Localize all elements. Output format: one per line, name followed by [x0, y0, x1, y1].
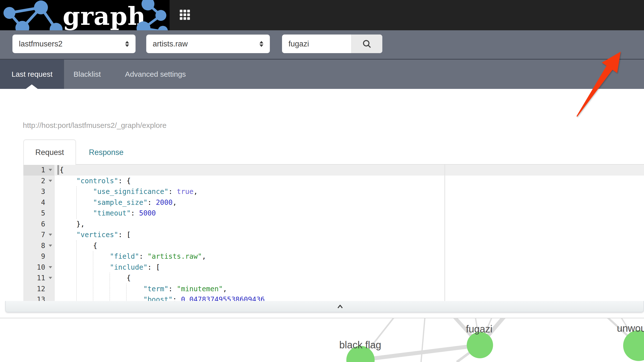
logo-text: graph [62, 2, 146, 30]
editor-gutter: 12345678910111213 [23, 164, 54, 301]
gutter-line-number: 1 [23, 164, 54, 176]
search-input[interactable] [282, 34, 351, 53]
tab-response[interactable]: Response [89, 148, 124, 157]
gutter-line-number: 5 [23, 208, 54, 219]
active-tab-notch [26, 84, 38, 89]
graph-logo: graph [0, 0, 170, 30]
tab-label: Request [35, 148, 64, 157]
graph-node-label: fugazi [466, 324, 492, 334]
select-updown-icon [125, 41, 129, 47]
gutter-line-number: 12 [23, 284, 54, 294]
index-select[interactable]: lastfmusers2 [12, 34, 136, 53]
fold-toggle-icon[interactable] [49, 277, 52, 279]
code-line: "field": "artists.raw", [55, 251, 644, 262]
gutter-line-number: 2 [23, 176, 54, 186]
graph-node[interactable] [467, 332, 493, 358]
tab-blacklist[interactable]: Blacklist [71, 60, 103, 89]
code-line: { [55, 164, 644, 176]
graph-workspace[interactable]: black flagfugaziunwound [0, 318, 644, 362]
tab-label: Blacklist [74, 70, 101, 78]
tab-advanced-settings[interactable]: Advanced settings [121, 60, 190, 89]
graph-edge[interactable] [421, 318, 425, 362]
code-line: "vertices": [ [55, 230, 644, 240]
fold-toggle-icon[interactable] [49, 266, 52, 268]
request-url: http://host:port/lastfmusers2/_graph/exp… [23, 121, 166, 130]
apps-grid-icon[interactable] [180, 10, 190, 20]
top-navbar: graph [0, 0, 644, 30]
graph-logo-image: graph [0, 0, 170, 30]
tab-request[interactable]: Request [23, 140, 76, 165]
fold-toggle-icon[interactable] [49, 180, 52, 182]
gutter-line-number: 10 [23, 262, 54, 273]
collapse-panel-button[interactable] [5, 301, 644, 312]
gutter-line-number: 4 [23, 197, 54, 208]
fold-toggle-icon[interactable] [49, 244, 52, 247]
field-select[interactable]: artists.raw [146, 34, 270, 53]
fold-toggle-icon[interactable] [49, 169, 52, 171]
gutter-line-number: 6 [23, 219, 54, 230]
code-line: { [55, 272, 644, 284]
code-line: }, [55, 219, 644, 230]
graph-node-label: black flag [340, 340, 381, 350]
toolbar: lastfmusers2 artists.raw [0, 30, 644, 60]
tab-label: Last request [12, 70, 52, 78]
gutter-line-number: 7 [23, 230, 54, 240]
search-icon [362, 39, 372, 49]
code-line: "controls": { [55, 176, 644, 186]
code-line: "use_significance": true, [55, 186, 644, 197]
gutter-line-number: 3 [23, 186, 54, 197]
graph-node-label: unwound [617, 323, 644, 334]
gutter-line-number: 9 [23, 251, 54, 262]
search-control [282, 34, 382, 53]
code-line: "boost": 0.047837495538609436 [55, 294, 644, 301]
graph-app-screen: graph lastfmusers2 artists.raw [0, 0, 644, 362]
gutter-line-number: 11 [23, 272, 54, 284]
field-select-value: artists.raw [153, 40, 256, 48]
tab-label: Response [89, 148, 124, 157]
index-select-value: lastfmusers2 [19, 40, 122, 48]
fold-toggle-icon[interactable] [49, 234, 52, 236]
gutter-line-number: 8 [23, 240, 54, 251]
settings-tabbar: Last request Blacklist Advanced settings [0, 60, 644, 89]
chevron-up-icon [336, 304, 344, 309]
code-line: "sample_size": 2000, [55, 197, 644, 208]
code-line: "term": "minutemen", [55, 284, 644, 294]
search-button[interactable] [351, 34, 382, 53]
last-request-panel: http://host:port/lastfmusers2/_graph/exp… [0, 89, 644, 301]
tab-last-request[interactable]: Last request [0, 60, 64, 89]
code-line: "include": [ [55, 262, 644, 273]
code-line: "timeout": 5000 [55, 208, 644, 219]
text-cursor [57, 165, 59, 175]
tab-label: Advanced settings [125, 70, 186, 78]
code-line: { [55, 240, 644, 251]
select-updown-icon [260, 41, 264, 47]
json-editor[interactable]: 12345678910111213 { "controls": { "use_s… [23, 164, 644, 301]
gutter-line-number: 13 [23, 294, 54, 301]
